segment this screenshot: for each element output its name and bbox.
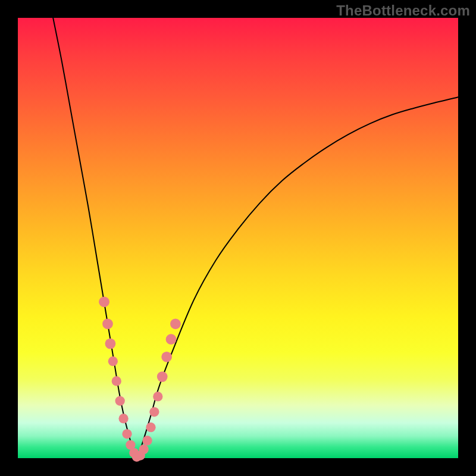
chart-marker [118, 414, 128, 423]
chart-series-group [53, 18, 458, 458]
watermark-text: TheBottleneck.com [336, 2, 470, 19]
chart-marker [139, 444, 149, 454]
chart-marker [142, 436, 152, 445]
chart-marker [112, 376, 121, 386]
chart-marker [153, 392, 162, 401]
chart-plot-area [18, 18, 458, 458]
chart-marker [146, 422, 155, 432]
chart-marker [108, 356, 118, 366]
chart-marker [157, 371, 168, 382]
chart-marker [115, 396, 125, 406]
chart-marker [170, 318, 181, 329]
chart-markers-group [99, 296, 181, 462]
chart-svg [18, 18, 458, 458]
chart-marker [166, 334, 177, 345]
chart-marker [102, 318, 113, 329]
chart-marker [99, 296, 109, 307]
chart-marker [122, 429, 131, 439]
chart-series-right-branch [137, 97, 458, 458]
chart-marker [149, 407, 159, 416]
chart-marker [161, 352, 172, 362]
chart-series-left-branch [53, 18, 137, 458]
chart-frame: TheBottleneck.com [0, 0, 476, 476]
chart-marker [105, 339, 116, 349]
